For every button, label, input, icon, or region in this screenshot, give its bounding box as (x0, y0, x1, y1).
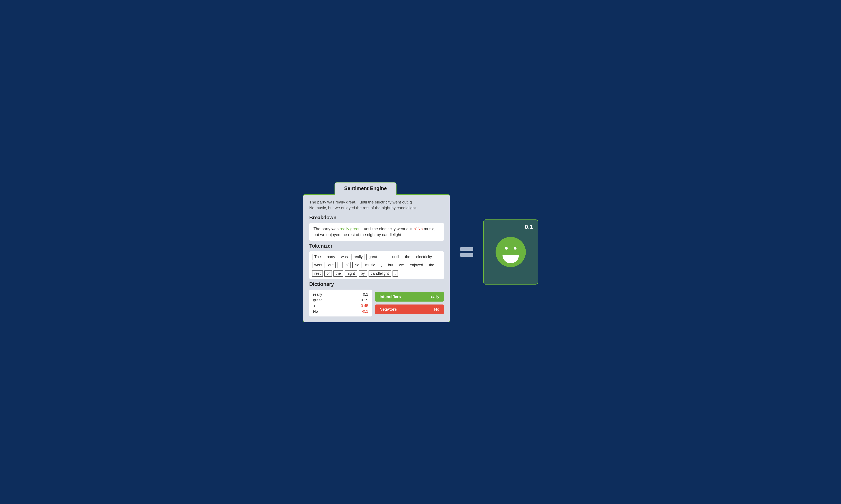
intensifiers-label: Intensifiers (379, 294, 401, 299)
dictionary-value: 0.1 (363, 292, 368, 298)
token: was (339, 254, 350, 260)
panel-tab: Sentiment Engine (334, 182, 396, 195)
token: candlelight (368, 270, 391, 277)
token: . (337, 262, 343, 268)
token: , (379, 262, 384, 268)
breakdown-negative-emoji: :( (414, 227, 416, 231)
sample-line-2: No music, but we enjoyed the rest of the… (309, 205, 417, 210)
token: No (353, 262, 361, 268)
negators-label: Negators (379, 307, 397, 312)
dictionary-term: really (313, 292, 322, 298)
sentiment-diagram: Sentiment Engine The party was really gr… (303, 182, 538, 323)
token: night (345, 270, 357, 277)
intensifiers-value: really (430, 294, 439, 299)
token: :( (344, 262, 351, 268)
sample-line-1: The party was really great... until the … (309, 200, 412, 204)
dictionary-term: No (313, 309, 318, 314)
dictionary-table: really0.1great0.15:(-0.45No-0.1 (309, 290, 372, 317)
token: rest (312, 270, 323, 277)
sample-text: The party was really great... until the … (309, 199, 444, 211)
intensifiers-pill: Intensifiers really (375, 292, 444, 302)
token: the (403, 254, 412, 260)
token: electricity (414, 254, 434, 260)
token: we (397, 262, 406, 268)
svg-point-2 (514, 247, 517, 250)
dictionary-value: -0.45 (360, 303, 368, 309)
engine-panel: The party was really great... until the … (303, 194, 450, 323)
breakdown-mid: ... until the electricity went out. (360, 227, 414, 231)
dictionary-row: really0.1great0.15:(-0.45No-0.1 Intensif… (309, 290, 444, 317)
equals-icon (460, 247, 473, 257)
token: enjoyed (408, 262, 425, 268)
token: the (333, 270, 343, 277)
token: ... (381, 254, 388, 260)
token: out (326, 262, 336, 268)
token: party (325, 254, 337, 260)
dictionary-term: :( (313, 303, 315, 309)
token: . (393, 270, 398, 277)
dictionary-entry: really0.1 (313, 292, 368, 298)
dictionary-entry: No-0.1 (313, 309, 368, 314)
engine-panel-wrap: Sentiment Engine The party was really gr… (303, 182, 450, 323)
token: but (386, 262, 395, 268)
token: went (312, 262, 324, 268)
dictionary-heading: Dictionary (309, 281, 444, 287)
result-score: 0.1 (525, 224, 533, 230)
breakdown-box: The party was really great... until the … (309, 223, 444, 241)
breakdown-negative-word: No (417, 227, 423, 231)
tokenizer-heading: Tokenizer (309, 243, 444, 249)
dictionary-value: -0.1 (362, 309, 368, 314)
token: until (390, 254, 401, 260)
token: The (312, 254, 323, 260)
dictionary-term: great (313, 298, 322, 303)
breakdown-pre: The party was (313, 227, 340, 231)
negators-pill: Negators No (375, 305, 444, 314)
token: of (324, 270, 332, 277)
breakdown-heading: Breakdown (309, 215, 444, 220)
tokenizer-box: Thepartywasreallygreat...untiltheelectri… (309, 251, 444, 279)
svg-point-1 (505, 247, 508, 250)
token: by (359, 270, 367, 277)
token: the (427, 262, 436, 268)
negators-value: No (434, 307, 439, 312)
panel-title: Sentiment Engine (344, 185, 387, 191)
dictionary-side: Intensifiers really Negators No (375, 290, 444, 317)
dictionary-value: 0.15 (361, 298, 368, 303)
token: great (366, 254, 379, 260)
breakdown-positive-span: really great (340, 227, 360, 231)
token: really (351, 254, 365, 260)
dictionary-entry: :(-0.45 (313, 303, 368, 309)
smile-icon (495, 236, 527, 268)
result-card: 0.1 (483, 219, 538, 285)
dictionary-entry: great0.15 (313, 298, 368, 303)
token: music (363, 262, 377, 268)
